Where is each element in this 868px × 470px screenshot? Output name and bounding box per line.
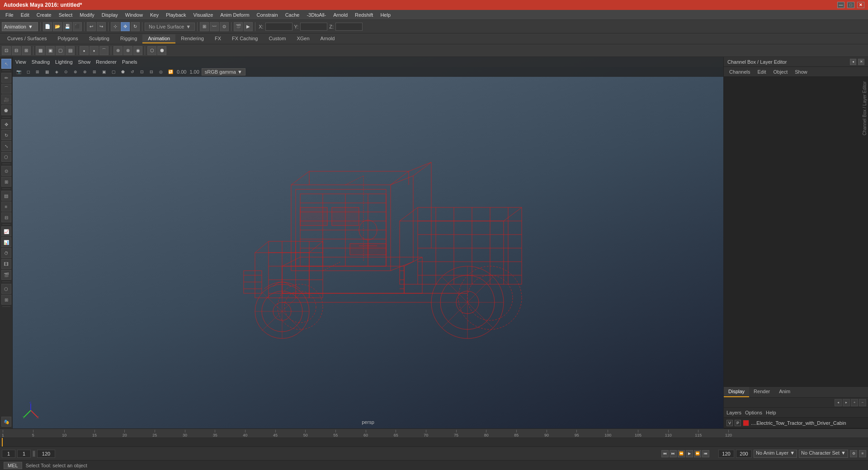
menu-cache[interactable]: Cache <box>282 11 303 19</box>
vp-icon-11[interactable]: ▢ <box>109 68 118 76</box>
gamma-selector[interactable]: sRGB gamma ▼ <box>202 68 245 75</box>
dope-sheet-button[interactable]: 📊 <box>1 237 11 247</box>
menu-key[interactable]: Key <box>146 11 162 19</box>
subtab-options[interactable]: Options <box>745 410 762 415</box>
vp-icon-10[interactable]: ▣ <box>100 68 108 76</box>
viewport-view-menu[interactable]: View <box>15 59 26 65</box>
minimize-button[interactable]: — <box>837 2 844 8</box>
sculpt-tool[interactable]: ⬟ <box>1 105 11 115</box>
show-grid-button[interactable]: ▦ <box>36 46 45 55</box>
close-channel-box-button[interactable]: ✕ <box>858 59 864 65</box>
timeline-track[interactable] <box>0 438 868 446</box>
viewport-renderer-menu[interactable]: Renderer <box>96 59 117 65</box>
select-tool[interactable]: ↖ <box>1 59 11 69</box>
timeline[interactable]: 1510152025303540455055606570758085909510… <box>0 428 868 446</box>
tab-object[interactable]: Object <box>770 68 790 75</box>
snap-all-button[interactable]: ⊞ <box>22 46 31 55</box>
scale-tool-left[interactable]: ⤡ <box>1 141 11 151</box>
menu-edit[interactable]: Edit <box>17 11 33 19</box>
vp-icon-16[interactable]: ◎ <box>157 68 165 76</box>
tab-channels[interactable]: Channels <box>726 68 753 75</box>
menu-display[interactable]: Display <box>98 11 122 19</box>
camera-sequencer-button[interactable]: 🎬 <box>1 270 11 280</box>
anim-tangent-button[interactable]: ⬧ <box>90 46 99 55</box>
camera-tool[interactable]: 🎥 <box>1 94 11 104</box>
menu-help[interactable]: Help <box>377 11 394 19</box>
vp-icon-17[interactable]: 🔁 <box>166 68 175 76</box>
vp-icon-6[interactable]: ⊙ <box>62 68 70 76</box>
viewport[interactable]: View Shading Lighting Show Renderer Pane… <box>13 57 723 428</box>
uv-editor-button[interactable]: ⊞ <box>1 295 11 305</box>
layer-v-toggle[interactable]: V <box>726 420 733 426</box>
new-file-button[interactable]: 📄 <box>43 22 52 31</box>
vp-icon-3[interactable]: ⊞ <box>33 68 42 76</box>
vp-icon-12[interactable]: ⬟ <box>119 68 127 76</box>
tab-display[interactable]: Display <box>724 387 749 397</box>
maya-icon[interactable]: 🎭 <box>1 417 11 427</box>
layer-prev-button[interactable]: ◂ <box>835 399 842 406</box>
show-manipulator-tool[interactable]: ⊞ <box>1 177 11 187</box>
open-file-button[interactable]: 📂 <box>53 22 62 31</box>
z-input[interactable] <box>335 23 363 31</box>
layer-add-button[interactable]: + <box>851 399 858 406</box>
tab-render[interactable]: Render <box>749 387 774 397</box>
maximize-button[interactable]: □ <box>847 2 854 8</box>
redo-button[interactable]: ↪ <box>97 22 106 31</box>
timeline-thumb[interactable] <box>33 451 35 457</box>
save-button[interactable]: 💾 <box>63 22 72 31</box>
tab-custom[interactable]: Custom <box>264 34 292 43</box>
tab-show[interactable]: Show <box>792 68 810 75</box>
menu-create[interactable]: Create <box>33 11 55 19</box>
outliner-button[interactable]: ⊟ <box>1 212 11 222</box>
menu-anim-deform[interactable]: Anim Deform <box>217 11 253 19</box>
skin-button[interactable]: ⬡ <box>147 46 156 55</box>
menu-playback[interactable]: Playback <box>162 11 190 19</box>
vp-icon-15[interactable]: ⊟ <box>147 68 156 76</box>
play-button[interactable]: ▶ <box>686 450 693 457</box>
tab-rendering[interactable]: Rendering <box>175 34 209 43</box>
anim-key-button[interactable]: ⬥ <box>80 46 89 55</box>
tab-anim[interactable]: Anim <box>774 387 795 397</box>
tab-polygons[interactable]: Polygons <box>52 34 83 43</box>
tab-animation[interactable]: Animation <box>142 34 175 43</box>
subtab-layers[interactable]: Layers <box>726 410 741 415</box>
play-forward-button[interactable]: ⏩ <box>694 450 701 457</box>
constraint-button[interactable]: ⊕ <box>113 46 123 55</box>
tab-xgen[interactable]: XGen <box>291 34 315 43</box>
animation-mode-dropdown[interactable]: Animation ▼ <box>2 22 38 31</box>
go-end-button[interactable]: ⏮ <box>702 450 709 457</box>
render-settings-button[interactable]: 🎬 <box>234 22 243 31</box>
show-shaded-button[interactable]: ▤ <box>66 46 75 55</box>
universal-tool-left[interactable]: ⬡ <box>1 152 11 162</box>
move-tool-button[interactable]: ✥ <box>121 22 130 31</box>
layer-manager[interactable]: ▤ <box>1 191 11 201</box>
move-tool-left[interactable]: ✥ <box>1 119 11 129</box>
deformer-button[interactable]: ⊗ <box>123 46 132 55</box>
char-set-dropdown[interactable]: No Character Set ▼ <box>799 450 848 458</box>
window-controls[interactable]: — □ ✕ <box>837 2 864 8</box>
viewport-show-menu[interactable]: Show <box>78 59 91 65</box>
anim-extra-button[interactable]: ≡ <box>859 450 866 457</box>
layer-remove-button[interactable]: − <box>859 399 866 406</box>
show-smooth-button[interactable]: ▢ <box>56 46 65 55</box>
menu-visualize[interactable]: Visualize <box>190 11 217 19</box>
weight-button[interactable]: ⬢ <box>157 46 166 55</box>
vp-icon-5[interactable]: ◈ <box>52 68 61 76</box>
frame-end-input[interactable] <box>37 450 55 458</box>
anim-layer-dropdown[interactable]: No Anim Layer ▼ <box>754 450 797 458</box>
vp-icon-1[interactable]: 📷 <box>14 68 23 76</box>
anim-curve-button[interactable]: ⌒ <box>99 46 108 55</box>
time-editor-button[interactable]: ⏱ <box>1 248 11 258</box>
graph-editor-button[interactable]: 📈 <box>1 226 11 236</box>
vp-icon-13[interactable]: ↺ <box>128 68 137 76</box>
tab-fx[interactable]: FX <box>209 34 226 43</box>
snap-curve-button[interactable]: 〰 <box>210 22 219 31</box>
render-button[interactable]: ▶ <box>244 22 253 31</box>
play-back-button[interactable]: ⏪ <box>678 450 685 457</box>
viewport-lighting-menu[interactable]: Lighting <box>55 59 73 65</box>
layer-p-toggle[interactable]: P <box>735 420 741 426</box>
snap-grid-button[interactable]: ⊞ <box>200 22 209 31</box>
menu-3dtoall[interactable]: -3DtoAll- <box>303 11 330 19</box>
rotate-tool-button[interactable]: ↻ <box>131 22 140 31</box>
frame-current-input[interactable] <box>17 450 31 458</box>
